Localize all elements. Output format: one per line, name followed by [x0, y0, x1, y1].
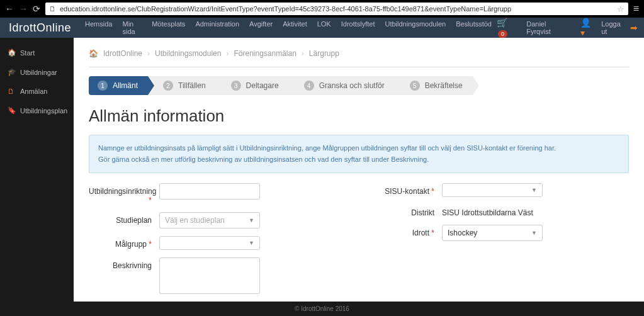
label-studieplan: Studieplan: [89, 212, 152, 225]
url-text: education.idrottonline.se/ClubRegistrati…: [60, 5, 613, 13]
breadcrumb: 🏠 IdrottOnline › Utbildningsmodulen › Fö…: [89, 49, 629, 67]
label-utbildningsinriktning: Utbildningsinriktning *: [89, 183, 152, 205]
chevron-down-icon: ▼: [531, 187, 537, 193]
breadcrumb-1[interactable]: IdrottOnline: [103, 49, 142, 58]
row-utbildningsinriktning: Utbildningsinriktning *: [89, 183, 346, 205]
layout: 🏠 Start 🎓 Utbildningar 🗋 Anmälan 🔖 Utbil…: [0, 38, 644, 316]
logo[interactable]: IdrottOnline: [0, 21, 80, 35]
step-bekraftelse[interactable]: 5 Bekräftelse: [395, 76, 473, 95]
wizard-steps: 1 Allmänt 2 Tillfällen 3 Deltagare 4 Gra…: [89, 76, 629, 95]
file-icon: 🗋: [8, 87, 15, 95]
label-distrikt: Distrikt: [371, 205, 434, 217]
value-distrikt: SISU Idrottsutbildarna Väst: [442, 205, 533, 217]
browser-menu-icon[interactable]: ≡: [633, 3, 639, 14]
page-icon: 🗋: [49, 5, 56, 13]
step-number: 3: [231, 81, 241, 91]
breadcrumb-3[interactable]: Föreningsanmälan: [234, 49, 296, 58]
step-allmant[interactable]: 1 Allmänt: [89, 76, 148, 95]
textarea-beskrivning[interactable]: [159, 257, 260, 294]
row-idrott: Idrott * Ishockey ▼: [371, 225, 629, 241]
sidebar-item-utbildningsplan[interactable]: 🔖 Utbildningsplan: [0, 101, 74, 120]
logout-icon: ➡: [630, 23, 638, 33]
home-icon: 🏠: [8, 48, 15, 57]
select-sisu[interactable]: ▼: [442, 183, 543, 197]
breadcrumb-2[interactable]: Utbildningsmodulen: [155, 49, 221, 58]
required-marker: *: [431, 229, 434, 237]
breadcrumb-4: Lärgrupp: [309, 49, 339, 58]
required-marker: *: [149, 196, 152, 205]
label-beskrivning: Beskrivning: [89, 257, 152, 270]
cart-button[interactable]: 🛒 0: [497, 18, 520, 38]
topnav-hemsida[interactable]: Hemsida: [80, 14, 117, 41]
select-idrott[interactable]: Ishockey ▼: [442, 225, 543, 241]
topnav-aktivitet[interactable]: Aktivitet: [278, 14, 312, 41]
required-marker: *: [431, 187, 434, 196]
select-value: Ishockey: [448, 229, 477, 237]
topnav: IdrottOnline Hemsida Min sida Mötesplats…: [0, 18, 644, 38]
sidebar-label: Anmälan: [20, 87, 47, 95]
step-label: Bekräftelse: [425, 81, 463, 90]
chevron-down-icon: ▼: [249, 217, 254, 223]
select-placeholder: Välj en studieplan: [165, 216, 225, 225]
topnav-min-sida[interactable]: Min sida: [117, 14, 147, 41]
logout-label: Logga ut: [601, 20, 628, 35]
step-number: 5: [410, 81, 420, 91]
row-malgrupp: Målgrupp * ▼: [89, 236, 346, 250]
sidebar-label: Utbildningar: [20, 69, 57, 76]
row-sisu: SISU-kontakt * ▼: [371, 183, 629, 197]
info-box: Namnge er utbildningsinsats på lämpligt …: [89, 135, 629, 173]
sidebar-item-start[interactable]: 🏠 Start: [0, 43, 74, 62]
sidebar-label: Start: [20, 49, 35, 57]
label-idrott: Idrott *: [371, 225, 434, 237]
sidebar: 🏠 Start 🎓 Utbildningar 🗋 Anmälan 🔖 Utbil…: [0, 38, 74, 316]
step-label: Deltagare: [246, 81, 279, 90]
breadcrumb-sep: ›: [147, 49, 150, 58]
bookmark-star-icon[interactable]: ☆: [617, 4, 624, 14]
user-name[interactable]: Daniel Fyrqvist: [526, 20, 571, 35]
back-button[interactable]: ←: [5, 4, 14, 14]
topnav-idrottslyftet[interactable]: Idrottslyftet: [336, 14, 380, 41]
row-studieplan: Studieplan Välj en studieplan ▼: [89, 212, 346, 229]
info-line-1: Namnge er utbildningsinsats på lämpligt …: [98, 143, 619, 154]
user-icon[interactable]: 👤▾: [580, 18, 596, 38]
page-title: Allmän information: [89, 106, 629, 126]
step-label: Tillfällen: [178, 81, 206, 90]
tag-icon: 🔖: [8, 106, 15, 115]
cart-icon: 🛒: [497, 18, 507, 28]
topnav-lok[interactable]: LOK: [312, 14, 336, 41]
main-content: 🏠 IdrottOnline › Utbildningsmodulen › Fö…: [74, 38, 644, 316]
sidebar-item-utbildningar[interactable]: 🎓 Utbildningar: [0, 62, 74, 82]
select-studieplan[interactable]: Välj en studieplan ▼: [159, 212, 260, 229]
select-malgrupp[interactable]: ▼: [159, 236, 260, 250]
step-tillfallen[interactable]: 2 Tillfällen: [148, 76, 216, 95]
step-deltagare[interactable]: 3 Deltagare: [216, 76, 289, 95]
required-marker: *: [149, 240, 152, 249]
topnav-avgifter[interactable]: Avgifter: [244, 14, 278, 41]
topnav-beslutsstod[interactable]: Beslutsstöd: [451, 14, 497, 41]
step-granska[interactable]: 4 Granska och slutför: [289, 76, 395, 95]
row-beskrivning: Beskrivning: [89, 257, 346, 296]
forward-button[interactable]: →: [19, 4, 28, 14]
breadcrumb-sep: ›: [226, 49, 229, 58]
label-sisu: SISU-kontakt *: [371, 183, 434, 196]
sidebar-item-anmalan[interactable]: 🗋 Anmälan: [0, 82, 74, 101]
topnav-menu: Hemsida Min sida Mötesplats Administrati…: [80, 14, 497, 41]
step-number: 4: [304, 81, 314, 91]
form-right-column: SISU-kontakt * ▼ Distrikt SISU Idrottsut…: [371, 183, 629, 303]
reload-button[interactable]: ⟳: [33, 4, 40, 14]
logout-link[interactable]: Logga ut ➡: [601, 20, 638, 35]
sidebar-label: Utbildningsplan: [20, 107, 67, 115]
form: Utbildningsinriktning * Studieplan Välj …: [89, 183, 629, 303]
input-utbildningsinriktning[interactable]: [159, 183, 260, 200]
topnav-administration[interactable]: Administration: [190, 14, 244, 41]
book-icon: 🎓: [8, 68, 15, 76]
url-bar[interactable]: 🗋 education.idrottonline.se/ClubRegistra…: [45, 3, 628, 15]
topnav-motesplats[interactable]: Mötesplats: [147, 14, 190, 41]
cart-badge: 0: [498, 30, 507, 38]
topnav-utbildningsmodulen[interactable]: Utbildningsmodulen: [380, 14, 451, 41]
form-left-column: Utbildningsinriktning * Studieplan Välj …: [89, 183, 346, 303]
info-line-2: Gör gärna också en mer utförlig beskrivn…: [98, 154, 619, 166]
chevron-down-icon: ▼: [531, 230, 537, 236]
step-label: Granska och slutför: [319, 81, 385, 90]
breadcrumb-sep: ›: [302, 49, 304, 58]
